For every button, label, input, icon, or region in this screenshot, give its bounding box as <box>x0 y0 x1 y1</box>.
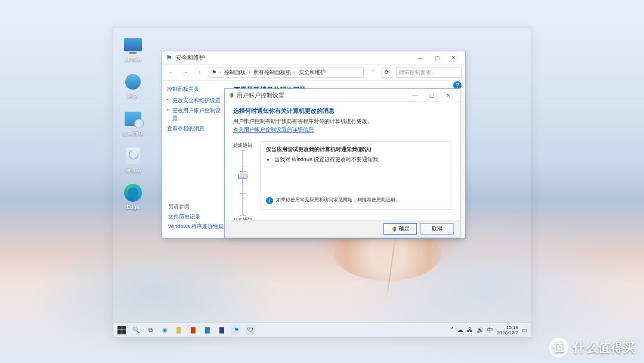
watermark: 值 什么值得买 <box>549 338 636 357</box>
titlebar[interactable]: ⚑ 安全和维护 — ▢ ✕ <box>162 51 465 64</box>
cancel-label: 取消 <box>432 225 442 233</box>
desktop: 此电脑 网络 控制面板 回收站 Edge ⚑ 安全和维护 — ▢ ✕ <box>0 0 644 363</box>
taskbar-running-shield-icon[interactable]: 🛡 <box>246 325 255 335</box>
desktop-icon-network[interactable]: 网络 <box>119 72 147 99</box>
slider-top-label: 始终通知 <box>233 142 252 149</box>
refresh-button[interactable]: ⟳ <box>382 67 392 78</box>
flag-icon: ⚑ <box>166 54 172 62</box>
uac-slider-track[interactable] <box>242 150 244 216</box>
taskbar-store-icon[interactable]: ▇ <box>203 325 212 335</box>
titlebar[interactable]: 用户帐户控制设置 — ▢ ✕ <box>225 89 460 102</box>
close-button[interactable]: ✕ <box>446 53 462 63</box>
desktop-icon-control-panel[interactable]: 控制面板 <box>119 109 147 136</box>
control-panel-icon <box>125 112 141 126</box>
dialog-description: 用户帐户控制有助于预防有害程序对你的计算机进行更改。 <box>233 118 451 125</box>
nav-up-button[interactable]: ↑ <box>194 67 205 78</box>
uac-slider-thumb[interactable] <box>238 174 247 179</box>
address-bar[interactable]: ⚑ › 控制面板 › 所有控制面板项 › 安全和维护 <box>209 67 364 78</box>
info-heading: 仅当应用尝试更改我的计算机时通知我(默认) <box>266 146 446 153</box>
sidebar-link-change-uac[interactable]: 更改用户帐户控制设置 <box>167 107 223 122</box>
tray-clock[interactable]: 15:18 2020/12/2 <box>497 325 518 336</box>
address-dropdown-button[interactable]: ˅ <box>367 67 378 78</box>
info-note: 如果你使用常见应用和访问常见网站，则推荐使用此选项。 <box>276 197 400 204</box>
task-view-button[interactable]: ⧉ <box>145 325 155 335</box>
computer-icon <box>124 38 142 51</box>
desktop-icon-label: Edge <box>126 204 139 210</box>
ok-button[interactable]: 确定 <box>383 223 417 235</box>
tray-date: 2020/12/2 <box>497 330 518 336</box>
tray-network-icon[interactable]: 🖧 <box>467 327 473 333</box>
info-icon: i <box>266 197 273 204</box>
desktop-icons: 此电脑 网络 控制面板 回收站 Edge <box>119 35 147 210</box>
slider-column: 始终通知 从不通知 <box>233 141 252 224</box>
taskbar-running-flag-icon[interactable]: ⚑ <box>231 325 241 335</box>
search-input[interactable]: 搜索控制面板 <box>396 67 462 78</box>
sidebar-link-archived-messages[interactable]: 查看存档的消息 <box>167 125 223 133</box>
edge-icon <box>124 184 142 202</box>
search-placeholder: 搜索控制面板 <box>399 69 431 76</box>
breadcrumb-item[interactable]: 控制面板 <box>224 69 246 76</box>
taskbar: 🔍 ⧉ ◉ ▇ ▇ ▇ ▇ ⚑ 🛡 ˄ ☁ 🖧 🔊 中 15:18 2020/1… <box>113 322 531 337</box>
more-info-link[interactable]: 有关用户帐户控制设置的详细信息 <box>233 127 314 134</box>
tray-notifications-icon[interactable]: ▭ <box>522 327 527 333</box>
tray-ime[interactable]: 中 <box>487 326 493 334</box>
tray-time: 15:18 <box>506 325 518 330</box>
breadcrumb-item[interactable]: 所有控制面板项 <box>253 69 291 76</box>
tray-chevron-icon[interactable]: ˄ <box>451 327 454 333</box>
desktop-icon-label: 回收站 <box>125 167 141 173</box>
tray-volume-icon[interactable]: 🔊 <box>476 327 484 333</box>
network-icon <box>125 74 141 90</box>
recycle-bin-icon <box>126 147 140 164</box>
nav-back-button[interactable]: ← <box>166 67 177 78</box>
shield-icon <box>228 93 234 99</box>
minimize-button[interactable]: — <box>407 91 423 100</box>
watermark-text: 什么值得买 <box>573 340 636 356</box>
slider-info-box: 仅当应用尝试更改我的计算机时通知我(默认) 当我对 Windows 设置进行更改… <box>261 141 451 210</box>
desktop-icon-edge[interactable]: Edge <box>119 183 147 210</box>
address-row: ← → ↑ ⚑ › 控制面板 › 所有控制面板项 › 安全和维护 ˅ ⟳ 搜索控… <box>162 64 465 81</box>
close-button[interactable]: ✕ <box>441 91 456 100</box>
desktop-icon-label: 网络 <box>128 93 138 99</box>
desktop-icon-computer[interactable]: 此电脑 <box>119 35 147 62</box>
window-uac-settings: 用户帐户控制设置 — ▢ ✕ 选择何时通知你有关计算机更改的消息 用户帐户控制有… <box>224 88 460 238</box>
watermark-logo: 值 <box>549 338 568 357</box>
start-button[interactable] <box>117 325 126 335</box>
dialog-body: 选择何时通知你有关计算机更改的消息 用户帐户控制有助于预防有害程序对你的计算机进… <box>225 102 460 220</box>
minimize-button[interactable]: — <box>413 53 428 63</box>
sidebar-heading: 控制面板主页 <box>167 85 223 93</box>
search-button[interactable]: 🔍 <box>131 325 141 335</box>
maximize-button[interactable]: ▢ <box>424 91 439 100</box>
taskbar-photos-icon[interactable]: ▇ <box>217 325 227 335</box>
desktop-icon-recycle-bin[interactable]: 回收站 <box>119 146 147 173</box>
tray-onedrive-icon[interactable]: ☁ <box>457 327 463 333</box>
window-title: 安全和维护 <box>175 54 205 62</box>
window-title: 用户帐户控制设置 <box>237 91 284 100</box>
sidebar-link-change-security[interactable]: 更改安全和维护设置 <box>167 97 223 104</box>
taskbar-edge-icon[interactable]: ◉ <box>160 325 169 335</box>
dialog-button-row: 确定 取消 <box>225 220 460 238</box>
nav-forward-button[interactable]: → <box>180 67 191 78</box>
taskbar-explorer-icon[interactable]: ▇ <box>174 325 184 335</box>
maximize-button[interactable]: ▢ <box>429 53 445 63</box>
cancel-button[interactable]: 取消 <box>420 223 454 235</box>
dialog-heading: 选择何时通知你有关计算机更改的消息 <box>233 107 451 115</box>
info-bullet: 当我对 Windows 设置进行更改时不要通知我 <box>274 156 446 164</box>
ok-label: 确定 <box>399 225 410 233</box>
flag-icon: ⚑ <box>212 69 216 75</box>
breadcrumb-item[interactable]: 安全和维护 <box>299 69 326 76</box>
desktop-icon-label: 控制面板 <box>122 130 144 136</box>
desktop-icon-label: 此电脑 <box>125 56 141 62</box>
shield-icon <box>391 226 397 232</box>
taskbar-office-icon[interactable]: ▇ <box>188 325 198 335</box>
